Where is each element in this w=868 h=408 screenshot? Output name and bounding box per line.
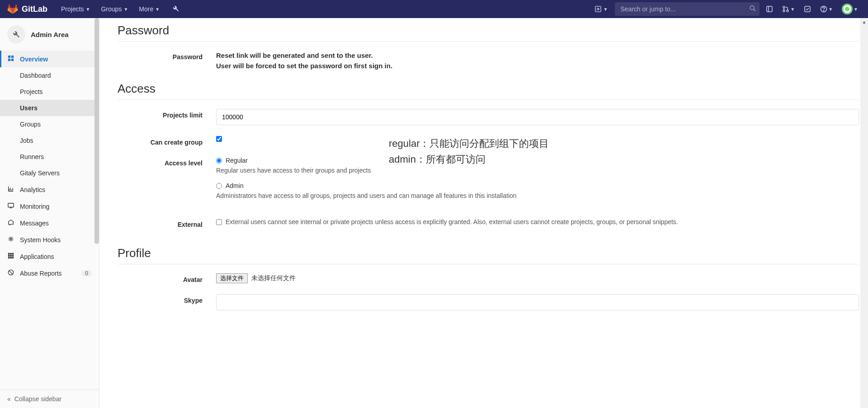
top-nav: GitLab Projects ▼ Groups ▼ More ▼ ▼	[0, 0, 868, 18]
collapse-sidebar[interactable]: « Collapse sidebar	[0, 389, 99, 408]
section-password-title: Password	[118, 23, 859, 38]
choose-file-button[interactable]: 选择文件	[216, 273, 248, 283]
admin-wrench-icon[interactable]	[170, 2, 182, 16]
password-desc-2: User will be forced to set the password …	[216, 61, 859, 71]
sidebar-item-messages[interactable]: Messages	[0, 215, 99, 231]
help-icon[interactable]: ▼	[817, 4, 835, 14]
sidebar-scrollbar[interactable]	[94, 18, 99, 244]
svg-point-1	[750, 6, 755, 10]
new-dropdown[interactable]: ▼	[591, 4, 611, 14]
can-create-group-checkbox[interactable]	[216, 136, 222, 142]
svg-rect-18	[8, 255, 10, 257]
admin-help: Administrators have access to all groups…	[216, 192, 859, 199]
label-access-level: Access level	[118, 157, 216, 207]
admin-label: Admin	[226, 182, 244, 189]
scroll-up-icon[interactable]: ▲	[860, 18, 868, 26]
nav-projects-label: Projects	[61, 5, 84, 13]
chevron-down-icon: ▼	[603, 7, 608, 12]
avatar	[842, 4, 853, 14]
sidebar-sub-jobs[interactable]: Jobs	[0, 132, 99, 149]
nav-items: Projects ▼ Groups ▼ More ▼	[57, 3, 164, 15]
sidebar-item-label: Abuse Reports	[20, 270, 62, 277]
monitoring-icon	[7, 202, 14, 210]
nav-right: ▼ ▼ ▼ ▼	[591, 2, 861, 16]
row-access-level: Access level Regular Regular users have …	[118, 157, 859, 207]
sidebar-item-label: Runners	[20, 153, 44, 160]
search-icon	[750, 5, 756, 13]
sidebar-item-label: Analytics	[20, 186, 45, 193]
sidebar-item-label: System Hooks	[20, 236, 61, 244]
svg-rect-17	[12, 253, 14, 255]
nav-groups[interactable]: Groups ▼	[96, 3, 132, 15]
section-rule	[118, 264, 859, 264]
svg-rect-12	[11, 59, 14, 61]
regular-help: Regular users have access to their group…	[216, 167, 859, 174]
browser-scrollbar[interactable]: ▲	[860, 18, 868, 408]
chevron-left-icon: «	[7, 395, 11, 403]
svg-rect-20	[12, 255, 14, 257]
chevron-down-icon: ▼	[854, 7, 858, 12]
access-level-regular-radio[interactable]	[216, 158, 222, 164]
merge-requests-icon[interactable]: ▼	[779, 4, 797, 14]
wrench-icon	[7, 25, 25, 43]
chevron-down-icon: ▼	[790, 7, 795, 12]
analytics-icon	[7, 186, 14, 193]
svg-rect-9	[8, 56, 10, 58]
external-checkbox[interactable]	[216, 219, 222, 225]
sidebar-item-systemhooks[interactable]: System Hooks	[0, 231, 99, 248]
label-password: Password	[118, 51, 216, 71]
sidebar-item-abuse[interactable]: Abuse Reports 0	[0, 265, 99, 281]
svg-rect-13	[8, 203, 14, 207]
svg-rect-11	[8, 59, 10, 61]
messages-icon	[7, 219, 14, 227]
nav-projects[interactable]: Projects ▼	[57, 3, 94, 15]
sidebar-item-applications[interactable]: Applications	[0, 248, 99, 265]
sidebar-sub-gitaly[interactable]: Gitaly Servers	[0, 165, 99, 181]
chevron-down-icon: ▼	[828, 7, 833, 12]
projects-limit-input[interactable]	[216, 109, 859, 125]
issues-icon[interactable]	[763, 4, 776, 14]
skype-input[interactable]	[216, 294, 859, 310]
sidebar-item-overview[interactable]: Overview	[0, 51, 99, 67]
row-can-create-group: Can create group	[118, 136, 859, 146]
sidebar-item-analytics[interactable]: Analytics	[0, 181, 99, 198]
svg-rect-10	[11, 56, 14, 58]
sidebar-item-label: Messages	[20, 220, 49, 227]
svg-rect-2	[767, 6, 772, 12]
svg-rect-23	[12, 257, 14, 259]
svg-point-5	[787, 10, 788, 12]
search-wrap	[615, 2, 760, 16]
sidebar-item-label: Overview	[20, 56, 48, 63]
label-avatar: Avatar	[118, 273, 216, 283]
sidebar: Admin Area Overview Dashboard Projects U…	[0, 18, 99, 408]
logo-wrap[interactable]: GitLab	[7, 4, 47, 14]
brand-text: GitLab	[22, 5, 47, 14]
section-access-title: Access	[118, 82, 859, 96]
applications-icon	[7, 253, 14, 260]
sidebar-item-label: Gitaly Servers	[20, 169, 60, 177]
collapse-label: Collapse sidebar	[14, 395, 61, 403]
context-header[interactable]: Admin Area	[0, 18, 99, 51]
chevron-down-icon: ▼	[155, 7, 160, 12]
sidebar-sub-projects[interactable]: Projects	[0, 84, 99, 100]
todos-icon[interactable]	[801, 4, 814, 14]
sidebar-sub-runners[interactable]: Runners	[0, 149, 99, 165]
sidebar-sub-users[interactable]: Users	[0, 100, 99, 116]
file-none-text: 未选择任何文件	[251, 274, 296, 281]
row-skype: Skype	[118, 294, 859, 310]
label-external: External	[118, 218, 216, 228]
sidebar-sub-dashboard[interactable]: Dashboard	[0, 67, 99, 84]
sidebar-item-label: Users	[20, 104, 38, 112]
plus-icon	[595, 6, 601, 12]
abuse-count-badge: 0	[81, 270, 92, 277]
user-menu[interactable]: ▼	[839, 2, 861, 16]
svg-rect-21	[8, 257, 10, 259]
access-level-admin-radio[interactable]	[216, 183, 222, 189]
sidebar-item-label: Projects	[20, 88, 43, 95]
nav-more[interactable]: More ▼	[134, 3, 164, 15]
search-input[interactable]	[615, 2, 760, 16]
sidebar-sub-groups[interactable]: Groups	[0, 116, 99, 132]
sidebar-item-monitoring[interactable]: Monitoring	[0, 198, 99, 215]
content: Password Password Reset link will be gen…	[99, 18, 868, 408]
sidebar-item-label: Monitoring	[20, 203, 49, 210]
